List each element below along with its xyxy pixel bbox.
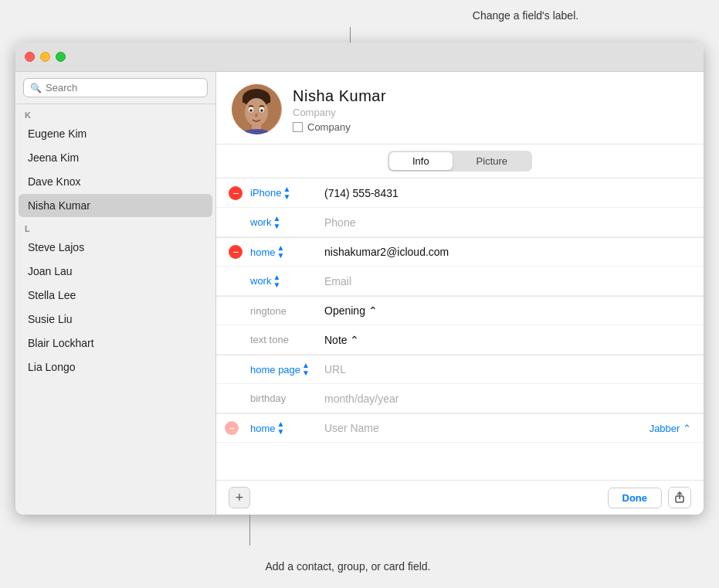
company-label: Company bbox=[307, 121, 351, 133]
contact-full-name: Nisha Kumar bbox=[293, 87, 386, 105]
section-header-l: L bbox=[15, 218, 215, 235]
field-row-birthday: birthday month/day/year bbox=[216, 384, 704, 413]
main-content: 🔍 K Eugene Kim Jeena Kim Dave Knox Nisha… bbox=[15, 72, 704, 515]
add-field-button[interactable]: + bbox=[229, 487, 250, 508]
svg-point-6 bbox=[249, 109, 253, 112]
contact-item-joan-lau[interactable]: Joan Lau bbox=[19, 260, 212, 283]
annotation-line-bottom bbox=[249, 515, 250, 546]
field-row-home-email: − home ▲▼ nishakumar2@icloud.com bbox=[216, 237, 704, 267]
field-sublabel-jabber[interactable]: Jabber ⌃ bbox=[649, 423, 691, 434]
field-value-work-phone[interactable]: Phone bbox=[324, 216, 691, 229]
field-label-homepage[interactable]: home page ▲▼ bbox=[250, 362, 320, 377]
contact-item-eugene-kim[interactable]: Eugene Kim bbox=[19, 122, 212, 145]
field-row-texttone: text tone Note ⌃ bbox=[216, 325, 704, 355]
fields-area: − iPhone ▲▼ (714) 555-8431 work ▲▼ bbox=[216, 178, 704, 480]
field-label-texttone: text tone bbox=[250, 334, 320, 345]
contact-item-steve-lajos[interactable]: Steve Lajos bbox=[19, 236, 212, 259]
field-label-work-email[interactable]: work ▲▼ bbox=[250, 274, 320, 289]
field-label-home-email[interactable]: home ▲▼ bbox=[250, 244, 320, 260]
field-label-work-phone[interactable]: work ▲▼ bbox=[250, 215, 320, 230]
contact-item-dave-knox[interactable]: Dave Knox bbox=[19, 170, 212, 193]
bottom-toolbar: + Done bbox=[216, 480, 704, 515]
share-button[interactable] bbox=[668, 487, 691, 508]
section-header-k: K bbox=[15, 104, 215, 121]
detail-panel: Nisha Kumar Company Company Info Picture bbox=[216, 72, 704, 515]
minimize-button[interactable] bbox=[40, 52, 50, 62]
tab-picture[interactable]: Picture bbox=[453, 152, 531, 170]
field-label-jabber[interactable]: home ▲▼ bbox=[250, 420, 320, 436]
maximize-button[interactable] bbox=[56, 52, 66, 62]
field-row-iphone: − iPhone ▲▼ (714) 555-8431 bbox=[216, 178, 704, 208]
field-row-work-phone: work ▲▼ Phone bbox=[216, 208, 704, 237]
contact-item-stella-lee[interactable]: Stella Lee bbox=[19, 284, 212, 307]
contact-name-block: Nisha Kumar Company Company bbox=[293, 87, 386, 133]
tabs-row: Info Picture bbox=[216, 144, 704, 178]
search-icon: 🔍 bbox=[30, 83, 42, 93]
field-value-jabber-username[interactable]: User Name bbox=[324, 422, 643, 434]
share-icon bbox=[673, 491, 686, 504]
avatar bbox=[232, 84, 282, 134]
sidebar: 🔍 K Eugene Kim Jeena Kim Dave Knox Nisha… bbox=[15, 72, 216, 515]
svg-point-7 bbox=[260, 109, 263, 112]
field-row-ringtone: ringtone Opening ⌃ bbox=[216, 296, 704, 325]
field-value-iphone[interactable]: (714) 555-8431 bbox=[324, 187, 691, 199]
field-value-home-email[interactable]: nishakumar2@icloud.com bbox=[324, 246, 691, 258]
search-input[interactable] bbox=[46, 82, 201, 93]
field-label-iphone[interactable]: iPhone ▲▼ bbox=[250, 185, 320, 201]
company-checkbox-row: Company bbox=[293, 121, 386, 133]
title-bar bbox=[15, 42, 704, 72]
contact-item-jeena-kim[interactable]: Jeena Kim bbox=[19, 146, 212, 169]
stepper-jabber-icon: ▲▼ bbox=[277, 420, 285, 436]
close-button[interactable] bbox=[25, 52, 35, 62]
contact-header: Nisha Kumar Company Company bbox=[216, 72, 704, 144]
contact-item-nisha-kumar[interactable]: Nisha Kumar bbox=[19, 194, 212, 217]
remove-iphone-button[interactable]: − bbox=[229, 186, 242, 200]
field-value-ringtone[interactable]: Opening ⌃ bbox=[324, 304, 691, 317]
stepper-work-phone-icon: ▲▼ bbox=[273, 215, 280, 230]
tabs-container: Info Picture bbox=[388, 151, 532, 172]
stepper-work-email-icon: ▲▼ bbox=[273, 274, 280, 289]
annotation-top: Change a field's label. bbox=[348, 9, 704, 22]
field-value-texttone[interactable]: Note ⌃ bbox=[324, 334, 691, 346]
field-value-homepage[interactable]: URL bbox=[324, 363, 691, 376]
contact-item-blair-lockhart[interactable]: Blair Lockhart bbox=[19, 331, 212, 355]
contact-item-susie-liu[interactable]: Susie Liu bbox=[19, 308, 212, 331]
remove-jabber-area: − bbox=[229, 421, 242, 435]
field-label-ringtone: ringtone bbox=[250, 305, 320, 317]
traffic-lights bbox=[25, 52, 66, 62]
annotation-bottom: Add a contact, group, or card field. bbox=[209, 560, 487, 573]
stepper-iphone-icon: ▲▼ bbox=[283, 185, 290, 201]
remove-home-email-button[interactable]: − bbox=[229, 245, 242, 259]
field-value-birthday[interactable]: month/day/year bbox=[324, 393, 691, 405]
search-bar: 🔍 bbox=[15, 72, 215, 104]
contact-list: K Eugene Kim Jeena Kim Dave Knox Nisha K… bbox=[15, 104, 215, 515]
field-row-homepage: home page ▲▼ URL bbox=[216, 355, 704, 384]
field-label-birthday: birthday bbox=[250, 393, 320, 404]
company-checkbox[interactable] bbox=[293, 122, 303, 132]
search-wrapper: 🔍 bbox=[23, 78, 208, 97]
tab-info[interactable]: Info bbox=[389, 152, 453, 170]
stepper-home-email-icon: ▲▼ bbox=[277, 244, 285, 260]
contacts-window: 🔍 K Eugene Kim Jeena Kim Dave Knox Nisha… bbox=[15, 42, 704, 515]
field-value-work-email[interactable]: Email bbox=[324, 275, 691, 287]
field-row-jabber: − home ▲▼ User Name Jabber ⌃ bbox=[216, 413, 704, 443]
svg-point-8 bbox=[255, 114, 258, 117]
contact-item-lia-longo[interactable]: Lia Longo bbox=[19, 355, 212, 379]
remove-jabber-button[interactable]: − bbox=[225, 421, 239, 435]
stepper-homepage-icon: ▲▼ bbox=[302, 362, 310, 377]
field-row-work-email: work ▲▼ Email bbox=[216, 267, 704, 296]
done-button[interactable]: Done bbox=[608, 488, 663, 508]
contact-company-placeholder: Company bbox=[293, 107, 386, 118]
